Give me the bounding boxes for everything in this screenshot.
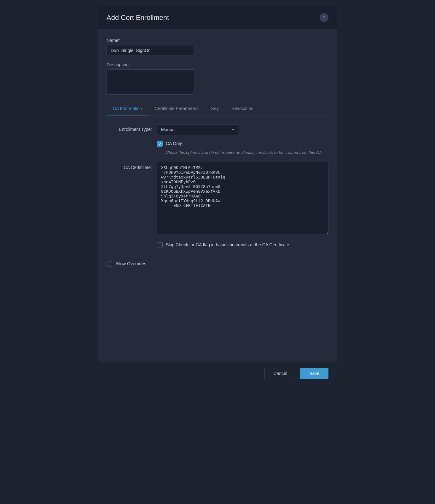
tab-ca-information[interactable]: CA Information	[107, 102, 148, 115]
enrollment-type-row: Enrollment Type: Manual ▼ CA Only Check …	[107, 124, 328, 155]
cancel-button[interactable]: Cancel	[264, 368, 296, 379]
ca-certificate-content: XSLgC0KbINL0mTMEz r/FQP9Y6iPeDVpNe/3QTRK…	[157, 162, 328, 236]
name-input[interactable]	[107, 45, 195, 56]
enrollment-type-dropdown[interactable]: Manual ▼	[157, 124, 239, 135]
tabs-container: CA Information Certificate Parameters Ke…	[107, 102, 328, 115]
enrollment-type-label: Enrollment Type:	[107, 124, 157, 132]
tab-key[interactable]: Key	[205, 102, 225, 115]
dialog-header: Add Cert Enrollment ?	[98, 6, 337, 29]
ca-certificate-row: CA Certificate: XSLgC0KbINL0mTMEz r/FQP9…	[107, 162, 328, 236]
allow-overrides-label: Allow Overrides	[115, 261, 146, 267]
ca-certificate-label: CA Certificate:	[107, 162, 157, 170]
ca-only-label: CA Only	[166, 141, 182, 147]
description-input[interactable]	[107, 69, 195, 95]
allow-overrides-checkbox[interactable]	[107, 261, 112, 267]
dialog-footer: Cancel Save	[98, 362, 337, 385]
dialog-body: Name* Description CA Information Certifi…	[98, 29, 337, 362]
name-group: Name*	[107, 38, 328, 56]
help-icon[interactable]: ?	[320, 13, 328, 22]
tab-content-ca-information: Enrollment Type: Manual ▼ CA Only Check …	[107, 115, 328, 282]
skip-check-checkbox[interactable]	[157, 242, 163, 248]
skip-check-row: Skip Check for CA flag in basic constrai…	[157, 242, 328, 248]
tabs: CA Information Certificate Parameters Ke…	[107, 102, 328, 115]
description-group: Description	[107, 62, 328, 96]
add-cert-enrollment-dialog: Add Cert Enrollment ? Name* Description …	[98, 6, 337, 385]
dialog-title: Add Cert Enrollment	[107, 14, 169, 22]
ca-only-checkbox[interactable]	[157, 141, 163, 147]
tab-revocation[interactable]: Revocation	[225, 102, 260, 115]
chevron-down-icon: ▼	[231, 127, 235, 132]
name-label: Name*	[107, 38, 328, 43]
description-label: Description	[107, 62, 328, 67]
tab-certificate-parameters[interactable]: Certificate Parameters	[148, 102, 205, 115]
enrollment-type-value: Manual	[161, 127, 176, 132]
skip-check-label: Skip Check for CA flag in basic constrai…	[166, 242, 289, 248]
ca-only-section: CA Only Check this option if you do not …	[157, 141, 328, 155]
ca-certificate-textarea[interactable]: XSLgC0KbINL0mTMEz r/FQP9Y6iPeDVpNe/3QTRK…	[157, 162, 328, 234]
enrollment-type-content: Manual ▼ CA Only Check this option if yo…	[157, 124, 328, 155]
ca-only-hint: Check this option if you do not require …	[166, 149, 323, 156]
allow-overrides-row: Allow Overrides	[107, 261, 328, 273]
save-button[interactable]: Save	[300, 368, 328, 379]
ca-only-row: CA Only	[157, 141, 328, 147]
